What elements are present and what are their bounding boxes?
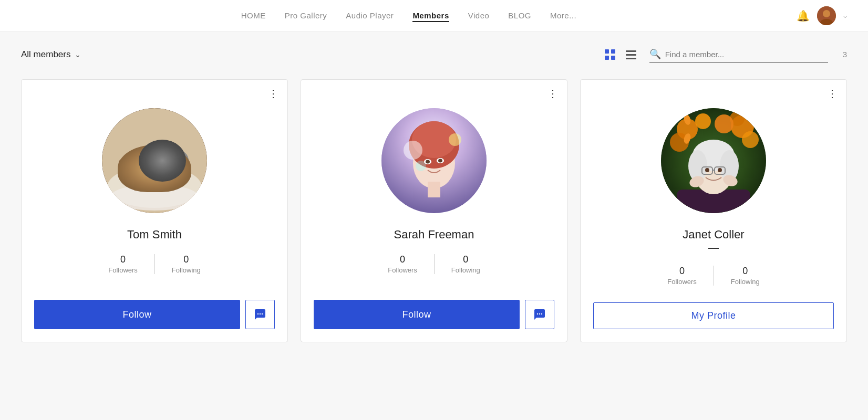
- svg-point-36: [438, 159, 442, 163]
- nav-members[interactable]: Members: [412, 11, 449, 22]
- card-menu-button-janet-coller[interactable]: ⋮: [827, 88, 838, 99]
- followers-count-sarah-freeman: 0: [400, 254, 405, 265]
- following-stat-sarah-freeman: 0 Following: [435, 254, 497, 274]
- following-label-sarah-freeman: Following: [451, 266, 480, 274]
- followers-label-sarah-freeman: Followers: [388, 266, 417, 274]
- nav-home[interactable]: HOME: [241, 11, 266, 20]
- notification-bell-icon[interactable]: 🔔: [797, 9, 810, 22]
- following-count-tom-smith: 0: [183, 254, 189, 265]
- stats-row-tom-smith: 0 Followers 0 Following: [34, 254, 275, 274]
- svg-point-15: [149, 157, 191, 180]
- svg-point-23: [262, 313, 263, 314]
- following-count-sarah-freeman: 0: [463, 254, 468, 265]
- nav-links: HOME Pro Gallery Audio Player Members Vi…: [21, 11, 797, 20]
- grid-view-button[interactable]: [602, 47, 618, 62]
- followers-count-tom-smith: 0: [120, 254, 126, 265]
- svg-point-38: [539, 313, 540, 314]
- all-members-label: All members: [21, 49, 70, 60]
- followers-label-tom-smith: Followers: [108, 266, 138, 274]
- member-card-tom-smith: ⋮ Tom Smith: [21, 79, 288, 342]
- follow-button-tom-smith[interactable]: Follow: [34, 300, 240, 329]
- svg-point-39: [541, 313, 542, 314]
- chat-button-sarah-freeman[interactable]: [525, 300, 554, 329]
- svg-point-48: [715, 114, 733, 133]
- user-avatar[interactable]: [817, 6, 836, 25]
- nav-right: 🔔 ⌵: [797, 6, 847, 25]
- nav-video[interactable]: Video: [468, 11, 490, 20]
- nav-audio-player[interactable]: Audio Player: [346, 11, 394, 20]
- members-grid: ⋮ Tom Smith: [0, 71, 868, 363]
- svg-point-35: [426, 160, 430, 164]
- search-area: 🔍: [649, 46, 828, 62]
- svg-point-46: [742, 131, 759, 148]
- list-view-button[interactable]: [623, 47, 639, 62]
- list-icon: [625, 49, 637, 60]
- svg-rect-4: [611, 49, 615, 54]
- view-toggle: [602, 47, 639, 62]
- member-avatar-tom-smith: [102, 108, 207, 213]
- filter-chevron-icon: ⌄: [75, 50, 81, 59]
- nav-pro-gallery[interactable]: Pro Gallery: [285, 11, 327, 20]
- follow-button-sarah-freeman[interactable]: Follow: [314, 300, 520, 329]
- user-menu-chevron-icon[interactable]: ⌵: [843, 12, 847, 19]
- svg-rect-3: [605, 49, 609, 54]
- svg-rect-29: [428, 182, 440, 197]
- chat-button-tom-smith[interactable]: [245, 300, 275, 329]
- stats-row-sarah-freeman: 0 Followers 0 Following: [314, 254, 554, 274]
- svg-point-14: [125, 156, 131, 162]
- followers-stat-tom-smith: 0 Followers: [91, 254, 155, 274]
- card-menu-button-tom-smith[interactable]: ⋮: [268, 88, 279, 99]
- svg-rect-9: [626, 58, 636, 59]
- followers-stat-janet-coller: 0 Followers: [650, 266, 714, 286]
- grid-icon: [604, 49, 616, 60]
- svg-point-17: [176, 153, 183, 161]
- svg-point-43: [695, 113, 711, 129]
- svg-rect-6: [611, 56, 615, 60]
- member-avatar-janet-coller: [661, 108, 766, 213]
- my-profile-button-janet-coller[interactable]: My Profile: [593, 302, 834, 329]
- chat-icon-tom-smith: [254, 308, 266, 321]
- svg-point-20: [110, 184, 199, 211]
- nav-more[interactable]: More...: [550, 11, 576, 20]
- following-label-janet-coller: Following: [731, 278, 760, 286]
- member-card-janet-coller: ⋮: [580, 79, 847, 342]
- card-actions-sarah-freeman: Follow: [314, 296, 554, 329]
- following-count-janet-coller: 0: [742, 266, 748, 277]
- chat-icon-sarah-freeman: [533, 308, 546, 321]
- svg-point-1: [823, 10, 830, 17]
- svg-point-59: [705, 168, 709, 172]
- card-menu-button-sarah-freeman[interactable]: ⋮: [547, 88, 559, 99]
- svg-point-19: [168, 148, 179, 163]
- card-actions-tom-smith: Follow: [34, 296, 275, 329]
- following-label-tom-smith: Following: [172, 266, 201, 274]
- member-dash-janet-coller: [708, 248, 719, 249]
- avatar-image-tom-smith: [102, 108, 207, 213]
- member-avatar-sarah-freeman: [381, 108, 487, 213]
- card-actions-janet-coller: My Profile: [593, 298, 834, 329]
- member-count: 3: [843, 50, 847, 59]
- following-stat-janet-coller: 0 Following: [714, 266, 777, 286]
- svg-point-22: [260, 313, 261, 314]
- svg-point-60: [718, 168, 722, 172]
- svg-rect-5: [605, 56, 609, 60]
- svg-point-12: [120, 158, 157, 184]
- all-members-filter-button[interactable]: All members ⌄: [21, 49, 81, 60]
- member-name-tom-smith: Tom Smith: [127, 228, 182, 242]
- avatar-image-janet-coller: [661, 108, 766, 213]
- followers-count-janet-coller: 0: [679, 266, 685, 277]
- avatar-image-sarah-freeman: [381, 108, 487, 213]
- nav-blog[interactable]: BLOG: [508, 11, 531, 20]
- search-input[interactable]: [665, 50, 828, 59]
- member-card-sarah-freeman: ⋮: [301, 79, 567, 342]
- toolbar: All members ⌄ 🔍 3: [0, 32, 868, 71]
- svg-point-16: [168, 150, 189, 171]
- stats-row-janet-coller: 0 Followers 0 Following: [593, 266, 834, 286]
- svg-rect-7: [626, 50, 636, 52]
- member-name-sarah-freeman: Sarah Freeman: [394, 228, 474, 242]
- svg-point-37: [537, 313, 538, 314]
- svg-point-21: [257, 313, 259, 314]
- search-icon: 🔍: [649, 48, 661, 60]
- svg-point-13: [121, 154, 140, 173]
- svg-point-30: [404, 141, 422, 160]
- svg-rect-8: [626, 54, 636, 56]
